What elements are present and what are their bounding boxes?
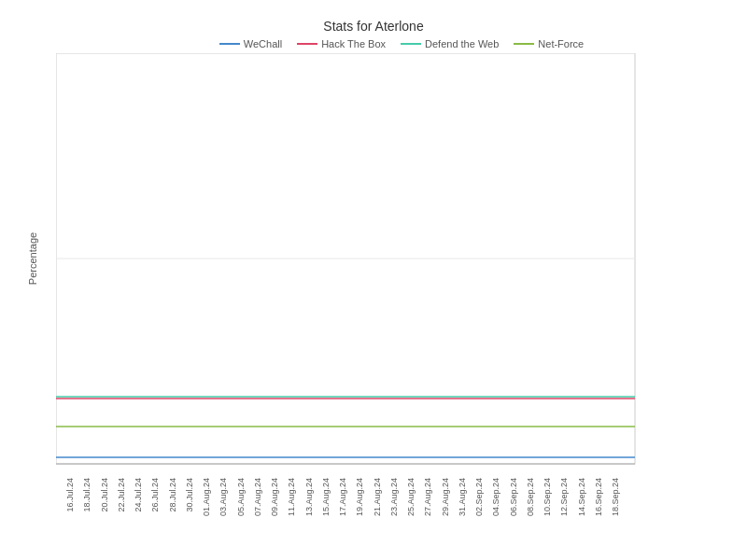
svg-text:15.Aug.24: 15.Aug.24	[321, 478, 331, 516]
svg-text:18.Jul.24: 18.Jul.24	[82, 478, 92, 512]
main-chart: 100 50 Percentage 14.Jul.24 16.Jul.24 18…	[56, 53, 742, 557]
svg-text:12.Sep.24: 12.Sep.24	[559, 478, 569, 516]
legend: WeChall Hack The Box Defend the Web Net-…	[9, 38, 738, 49]
legend-line-defendtheweb	[401, 43, 421, 45]
svg-text:25.Aug.24: 25.Aug.24	[406, 478, 416, 516]
svg-text:05.Aug.24: 05.Aug.24	[236, 478, 246, 516]
legend-label-netforce: Net-Force	[538, 38, 584, 49]
legend-line-wechall	[219, 43, 240, 45]
legend-item-hackthebox: Hack The Box	[297, 38, 386, 49]
svg-text:08.Sep.24: 08.Sep.24	[526, 478, 535, 516]
svg-text:01.Aug.24: 01.Aug.24	[202, 478, 211, 516]
legend-label-hackthebox: Hack The Box	[321, 38, 386, 49]
svg-text:31.Aug.24: 31.Aug.24	[458, 478, 467, 516]
legend-line-hackthebox	[297, 43, 317, 45]
svg-text:27.Aug.24: 27.Aug.24	[423, 478, 432, 516]
svg-text:22.Jul.24: 22.Jul.24	[117, 478, 126, 512]
svg-text:26.Jul.24: 26.Jul.24	[150, 478, 160, 512]
svg-text:16.Sep.24: 16.Sep.24	[594, 478, 603, 516]
chart-container: Stats for Aterlone WeChall Hack The Box …	[0, 0, 747, 560]
chart-title: Stats for Aterlone	[9, 19, 738, 34]
svg-text:06.Sep.24: 06.Sep.24	[509, 478, 518, 516]
svg-text:23.Aug.24: 23.Aug.24	[389, 478, 399, 516]
svg-text:07.Aug.24: 07.Aug.24	[253, 478, 262, 516]
svg-text:20.Jul.24: 20.Jul.24	[100, 478, 109, 512]
legend-line-netforce	[514, 43, 534, 45]
svg-text:19.Aug.24: 19.Aug.24	[355, 478, 364, 516]
svg-text:18.Sep.24: 18.Sep.24	[611, 478, 620, 516]
y-axis-label: Percentage	[27, 232, 38, 285]
svg-text:10.Sep.24: 10.Sep.24	[543, 478, 552, 516]
svg-text:13.Aug.24: 13.Aug.24	[304, 478, 314, 516]
x-axis-labels: 14.Jul.24 16.Jul.24 18.Jul.24 20.Jul.24 …	[56, 478, 620, 516]
svg-text:24.Jul.24: 24.Jul.24	[134, 478, 143, 512]
svg-text:03.Aug.24: 03.Aug.24	[218, 478, 228, 516]
svg-text:14.Jul.24: 14.Jul.24	[56, 478, 58, 512]
legend-item-netforce: Net-Force	[514, 38, 584, 49]
svg-text:28.Jul.24: 28.Jul.24	[168, 478, 177, 512]
svg-text:16.Jul.24: 16.Jul.24	[65, 478, 75, 512]
svg-text:21.Aug.24: 21.Aug.24	[373, 478, 382, 516]
svg-text:02.Sep.24: 02.Sep.24	[474, 478, 484, 516]
svg-text:04.Sep.24: 04.Sep.24	[491, 478, 500, 516]
legend-label-wechall: WeChall	[244, 38, 282, 49]
svg-text:14.Sep.24: 14.Sep.24	[577, 478, 586, 516]
legend-label-defendtheweb: Defend the Web	[425, 38, 499, 49]
svg-text:30.Jul.24: 30.Jul.24	[185, 478, 194, 512]
svg-text:17.Aug.24: 17.Aug.24	[338, 478, 347, 516]
svg-text:11.Aug.24: 11.Aug.24	[287, 478, 296, 516]
svg-text:09.Aug.24: 09.Aug.24	[270, 478, 279, 516]
legend-item-wechall: WeChall	[219, 38, 282, 49]
svg-text:29.Aug.24: 29.Aug.24	[441, 478, 450, 516]
legend-item-defendtheweb: Defend the Web	[401, 38, 499, 49]
